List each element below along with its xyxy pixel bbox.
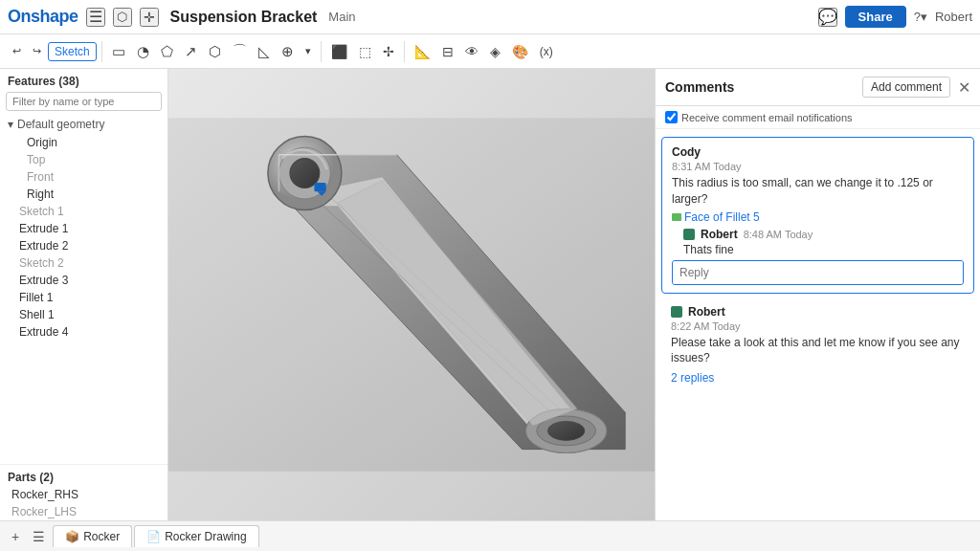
tree-item-sketch2[interactable]: Sketch 2	[0, 254, 167, 272]
sub-comment-robert: Robert 8:48 AM Today Thats fine	[672, 224, 964, 256]
chat-button[interactable]: 💬	[818, 8, 837, 27]
comment-time-2: 8:22 AM Today	[671, 320, 965, 332]
graph-view-button[interactable]: ⬡	[113, 8, 132, 27]
document-branch: Main	[328, 10, 355, 24]
feature-filter-input[interactable]	[6, 92, 162, 111]
tree-item-extrude3[interactable]: Extrude 3	[0, 272, 167, 289]
mirror-button[interactable]: ⬚	[354, 41, 376, 62]
bottom-tabs: + ☰ 📦 Rocker 📄 Rocker Drawing	[0, 520, 980, 551]
comment-body-1: This radius is too small, can we change …	[672, 175, 964, 208]
comment-author-robert-2: Robert	[688, 305, 725, 319]
tree-item-extrude1[interactable]: Extrude 1	[0, 220, 167, 237]
reply-area	[672, 260, 964, 285]
toolbar-separator-1	[101, 41, 102, 62]
comments-panel: Comments Add comment ✕ Receive comment e…	[655, 69, 980, 520]
tree-item-shell1[interactable]: Shell 1	[0, 306, 167, 323]
loft-button[interactable]: ⬠	[156, 40, 178, 63]
tab-rocker[interactable]: 📦 Rocker	[53, 525, 132, 547]
feature-tree: ▾ Default geometry Origin Top Front Righ…	[0, 115, 167, 464]
toolbar-separator-3	[404, 41, 405, 62]
share-button[interactable]: Share	[845, 6, 906, 28]
features-header: Features (38)	[0, 69, 167, 92]
comments-title: Comments	[665, 79, 862, 95]
comment-author-cody: Cody	[672, 145, 701, 159]
toolbar: ↩ ↪ Sketch ▭ ◔ ⬠ ↗ ⬡ ⌒ ◺ ⊕ ▾ ⬛ ⬚ ✢ 📐 ⊟ 👁…	[0, 34, 980, 69]
parts-item-rocker-lhs[interactable]: Rocker_LHS	[0, 503, 167, 520]
tab-rocker-drawing[interactable]: 📄 Rocker Drawing	[134, 525, 258, 547]
feature-tree-panel: Features (38) ▾ Default geometry Origin …	[0, 69, 168, 520]
view-button[interactable]: 👁	[460, 41, 483, 62]
measure-button[interactable]: 📐	[410, 41, 435, 62]
sub-comment-body: Thats fine	[683, 243, 964, 256]
tree-item-top[interactable]: Top	[0, 151, 167, 168]
boolean-button[interactable]: ⊕	[277, 40, 299, 63]
sweep-button[interactable]: ↗	[180, 40, 202, 63]
pattern-button[interactable]: ⬛	[326, 41, 352, 62]
tab-rocker-icon: 📦	[65, 530, 79, 543]
sub-comment-time: 8:48 AM Today	[744, 229, 813, 240]
tree-item-right[interactable]: Right	[0, 186, 167, 203]
comment-author-row-1: Cody	[672, 145, 964, 159]
topbar: Onshape ☰ ⬡ ✛ Suspension Bracket Main 💬 …	[0, 0, 980, 34]
chamfer-button[interactable]: ◺	[254, 40, 275, 63]
tree-item-origin[interactable]: Origin	[0, 134, 167, 151]
tree-item-extrude4[interactable]: Extrude 4	[0, 323, 167, 341]
extrude-button[interactable]: ▭	[107, 40, 130, 63]
add-element-button[interactable]: ✛	[140, 8, 159, 27]
tab-drawing-icon: 📄	[146, 530, 161, 543]
main-area: Features (38) ▾ Default geometry Origin …	[0, 69, 980, 520]
render-button[interactable]: ◈	[485, 41, 505, 62]
tree-item-extrude2[interactable]: Extrude 2	[0, 237, 167, 254]
comments-header: Comments Add comment ✕	[656, 69, 980, 106]
shell-button[interactable]: ⬡	[204, 40, 226, 63]
group-arrow-icon: ▾	[8, 118, 13, 131]
undo-button[interactable]: ↩	[8, 42, 26, 60]
close-comments-button[interactable]: ✕	[958, 78, 970, 97]
comment-time-1: 8:31 AM Today	[672, 161, 964, 172]
sub-author-row: Robert 8:48 AM Today	[683, 228, 964, 241]
redo-button[interactable]: ↪	[28, 42, 46, 60]
tree-item-sketch1[interactable]: Sketch 1	[0, 203, 167, 220]
comment-author-row-2: Robert	[671, 305, 965, 319]
tree-item-front[interactable]: Front	[0, 168, 167, 186]
comments-list: Cody 8:31 AM Today This radius is too sm…	[656, 129, 980, 520]
variable-button[interactable]: (x)	[535, 42, 558, 61]
robert-avatar-2	[671, 306, 682, 318]
face-link-icon	[672, 213, 681, 221]
revolve-button[interactable]: ◔	[132, 40, 154, 63]
comment-face-link[interactable]: Face of Fillet 5	[672, 210, 964, 224]
add-tab-button[interactable]: +	[6, 527, 25, 546]
robert-avatar	[683, 229, 695, 240]
default-geometry-group[interactable]: ▾ Default geometry	[0, 115, 167, 134]
email-notif-checkbox[interactable]	[665, 111, 678, 123]
parts-item-rocker-rhs[interactable]: Rocker_RHS	[0, 486, 167, 503]
transform-button[interactable]: ✢	[378, 41, 399, 62]
sub-author-name: Robert	[701, 228, 738, 241]
email-notif-label: Receive comment email notifications	[681, 112, 853, 123]
group-label: Default geometry	[17, 118, 104, 131]
hamburger-menu-button[interactable]: ☰	[86, 8, 105, 27]
sketch-button[interactable]: Sketch	[48, 42, 97, 61]
comment-card-2: Robert 8:22 AM Today Please take a look …	[661, 298, 974, 395]
replies-link[interactable]: 2 replies	[671, 369, 965, 386]
3d-viewport[interactable]	[168, 69, 655, 520]
tab-rocker-label: Rocker	[83, 530, 120, 543]
svg-rect-8	[314, 183, 325, 191]
svg-point-12	[547, 421, 584, 440]
appearance-button[interactable]: 🎨	[507, 41, 533, 62]
section-button[interactable]: ⊟	[437, 41, 458, 62]
face-link-label: Face of Fillet 5	[684, 210, 760, 224]
reply-input[interactable]	[673, 261, 963, 284]
tree-item-fillet1[interactable]: Fillet 1	[0, 289, 167, 306]
onshape-logo: Onshape	[8, 7, 78, 27]
tab-list-button[interactable]: ☰	[27, 527, 51, 546]
fillet-button[interactable]: ⌒	[228, 39, 252, 63]
user-menu-button[interactable]: Robert	[935, 10, 972, 24]
add-comment-button[interactable]: Add comment	[862, 77, 950, 98]
help-button[interactable]: ?▾	[914, 10, 927, 24]
tab-drawing-label: Rocker Drawing	[165, 530, 246, 543]
document-title: Suspension Bracket	[170, 9, 318, 26]
parts-header: Parts (2)	[0, 464, 167, 486]
comment-body-2: Please take a look at this and let me kn…	[671, 335, 965, 367]
more-tools-button[interactable]: ▾	[301, 42, 316, 60]
